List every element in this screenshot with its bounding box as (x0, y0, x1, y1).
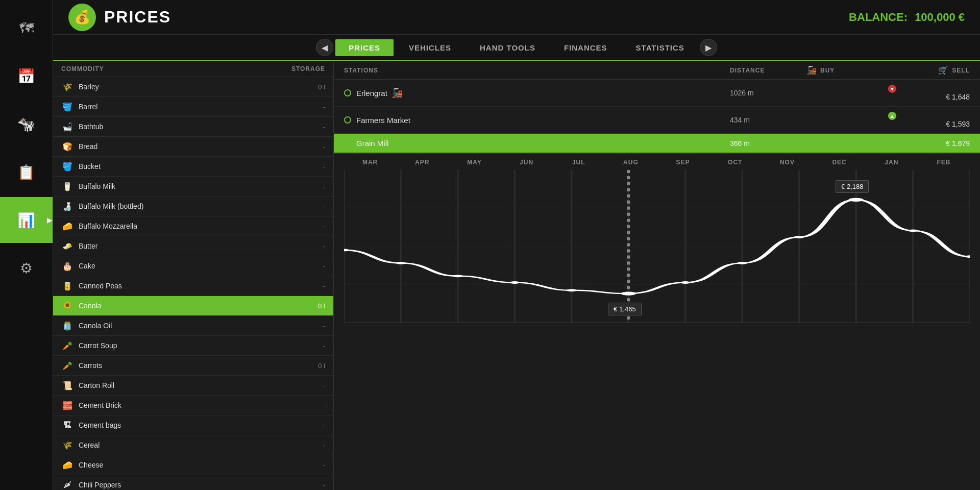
commodity-row[interactable]: 🌾 Barley 0 l (53, 77, 333, 97)
commodity-icon: 🪣 (61, 160, 74, 173)
station-name: Grain Mill (356, 139, 730, 148)
commodity-name: Carrots (79, 361, 284, 370)
month-label: APR (396, 159, 448, 166)
station-dot (344, 116, 351, 124)
commodity-row[interactable]: 📜 Carton Roll - (53, 376, 333, 396)
month-label: AUG (605, 159, 657, 166)
station-row[interactable]: Farmers Market 434 m ▲ € 1,593 (334, 107, 980, 134)
storage-value: 0 l (284, 302, 325, 310)
sidebar-item-settings[interactable]: ⚙ (0, 245, 53, 291)
month-label: JUL (553, 159, 605, 166)
chart-section: MARAPRMAYJUNJULAUGSEPOCTNOVDECJANFEB € 1… (334, 154, 980, 490)
commodity-row[interactable]: 🎂 Cake - (53, 256, 333, 276)
storage-value: - (284, 203, 325, 210)
sell-icon: 🛒 (938, 65, 949, 75)
sidebar-item-calendar[interactable]: 📅 (0, 53, 53, 99)
page-title: PRICES (104, 8, 171, 27)
commodity-row[interactable]: 🧈 Butter - (53, 236, 333, 256)
commodity-row[interactable]: 🧱 Cement Brick - (53, 396, 333, 415)
sidebar-item-map[interactable]: 🗺 (0, 5, 53, 51)
commodity-row[interactable]: 🌾 Cereal - (53, 435, 333, 455)
commodity-icon: 🥕 (61, 359, 74, 372)
commodity-row[interactable]: 🫙 Canola Oil - (53, 316, 333, 336)
storage-value: - (284, 282, 325, 290)
storage-value: - (284, 342, 325, 350)
tab-hand-tools[interactable]: HAND TOOLS (467, 39, 549, 56)
storage-value: - (284, 103, 325, 111)
station-name: Farmers Market (356, 116, 730, 125)
svg-point-24 (794, 236, 804, 238)
commodity-row[interactable]: 🪣 Bucket - (53, 157, 333, 177)
commodity-icon: 🍞 (61, 140, 74, 153)
prices-icon: 💰 (68, 4, 96, 31)
month-label: DEC (814, 159, 866, 166)
commodity-name: Cement bags (79, 421, 284, 429)
station-row[interactable]: Grain Mill 366 m € 1,679 (334, 134, 980, 153)
chart-months: MARAPRMAYJUNJULAUGSEPOCTNOVDECJANFEB (344, 159, 970, 170)
commodity-row[interactable]: 🌻 Canola 0 l (53, 296, 333, 316)
header: 💰 PRICES BALANCE: 100,000 € (53, 0, 980, 35)
sidebar-item-statistics[interactable]: 📊 ▶ (0, 197, 53, 243)
commodity-icon: 🧈 (61, 240, 74, 252)
station-row[interactable]: Erlengrat🚂 1026 m ▼ € 1,648 (334, 80, 980, 107)
storage-value: 0 l (284, 83, 325, 91)
storage-value: - (284, 223, 325, 230)
commodity-icon: 🪣 (61, 101, 74, 113)
tab-finances[interactable]: FINANCES (551, 39, 621, 56)
commodity-row[interactable]: 🥛 Buffalo Milk - (53, 177, 333, 197)
nav-next-button[interactable]: ▶ (700, 39, 717, 56)
documents-icon: 📋 (17, 164, 35, 181)
commodity-icon: 🥫 (61, 280, 74, 292)
tab-prices[interactable]: PRICES (335, 39, 394, 56)
svg-point-16 (344, 249, 349, 252)
storage-value: - (284, 242, 325, 250)
content-area: COMMODITY STORAGE 🌾 Barley 0 l 🪣 Barrel … (53, 61, 980, 490)
commodity-row[interactable]: 🪣 Barrel - (53, 97, 333, 117)
month-label: JUN (501, 159, 553, 166)
tab-vehicles[interactable]: VEHICLES (396, 39, 464, 56)
month-label: FEB (918, 159, 970, 166)
animals-icon: 🐄 (17, 116, 35, 133)
aug-price-tooltip: € 1,465 (608, 303, 641, 315)
month-label: MAR (344, 159, 396, 166)
sidebar-item-animals[interactable]: 🐄 (0, 101, 53, 147)
commodity-row[interactable]: 🍞 Bread - (53, 137, 333, 157)
commodity-name: Cement Brick (79, 401, 284, 409)
station-sell-price: € 1,679 (888, 139, 970, 148)
commodity-icon: 🛁 (61, 120, 74, 133)
month-label: SEP (657, 159, 709, 166)
month-label: JAN (866, 159, 918, 166)
sidebar-item-documents[interactable]: 📋 (0, 149, 53, 195)
commodity-icon: 🧱 (61, 399, 74, 411)
main-content: 💰 PRICES BALANCE: 100,000 € ◀ PRICES VEH… (53, 0, 980, 490)
commodity-row[interactable]: 🥕 Carrot Soup - (53, 336, 333, 356)
chart-area: € 1,465€ 2,188 (344, 170, 970, 323)
commodity-name: Canola (79, 302, 284, 310)
commodity-name: Cheese (79, 461, 284, 469)
commodity-row[interactable]: 🧀 Cheese - (53, 455, 333, 475)
commodity-name: Cake (79, 262, 284, 270)
storage-value: - (284, 461, 325, 469)
month-label: NOV (761, 159, 813, 166)
storage-value: - (284, 442, 325, 449)
nav-prev-button[interactable]: ◀ (316, 39, 333, 56)
station-sell-price: ▼ € 1,648 (888, 85, 970, 101)
commodity-row[interactable]: 🧀 Buffalo Mozzarella - (53, 216, 333, 236)
commodity-row[interactable]: 🥫 Canned Peas - (53, 276, 333, 296)
commodity-row[interactable]: 🌶 Chili Peppers - (53, 475, 333, 490)
svg-point-25 (848, 198, 863, 202)
commodity-row[interactable]: 🏗 Cement bags - (53, 415, 333, 435)
commodity-name: Canned Peas (79, 282, 284, 290)
sidebar: 🗺 📅 🐄 📋 📊 ▶ ⚙ (0, 0, 53, 490)
storage-value: - (284, 262, 325, 270)
price-down-indicator: ▼ (888, 85, 896, 93)
commodity-name: Carrot Soup (79, 341, 284, 350)
commodity-row[interactable]: 🍶 Buffalo Milk (bottled) - (53, 197, 333, 216)
tab-statistics[interactable]: STATISTICS (623, 39, 698, 56)
col-header-stations: STATIONS (344, 67, 730, 74)
station-name: Erlengrat🚂 (356, 87, 730, 99)
commodity-row[interactable]: 🛁 Bathtub - (53, 117, 333, 137)
col-header-sell: 🛒 SELL (888, 65, 970, 75)
commodity-panel: COMMODITY STORAGE 🌾 Barley 0 l 🪣 Barrel … (53, 61, 334, 490)
commodity-row[interactable]: 🥕 Carrots 0 l (53, 356, 333, 376)
